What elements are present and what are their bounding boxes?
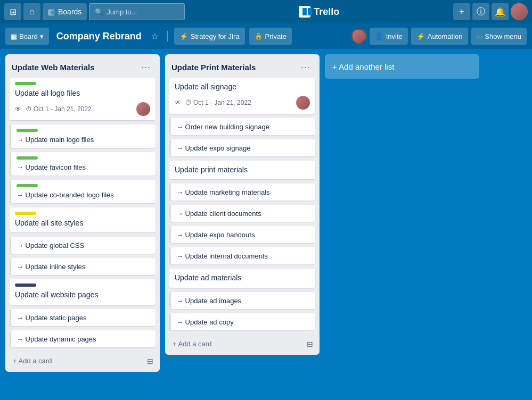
card-title: → Update dynamic pages	[17, 335, 96, 343]
strategy-icon: ⚡	[179, 32, 188, 40]
card-card-signage[interactable]: Update all signage👁⏱ Oct 1 - Jan 21, 202…	[169, 78, 315, 114]
star-icon: ☆	[151, 32, 159, 41]
card-meta: 👁⏱ Oct 1 - Jan 21, 2022	[175, 99, 251, 106]
trello-logo: Trello	[187, 6, 451, 18]
list-title: Update Print Materials	[171, 63, 256, 72]
search-placeholder: Jump to...	[107, 8, 137, 16]
card-card-marketing[interactable]: → Update marketing materials	[169, 184, 315, 201]
board-icon: ▦	[11, 32, 17, 40]
add-list-button[interactable]: + Add another list	[325, 54, 479, 79]
search-icon: 🔍	[95, 8, 103, 16]
card-card-ad-materials[interactable]: Update ad materials	[169, 269, 315, 288]
card-label	[15, 82, 36, 85]
info-button[interactable]: ⓘ	[472, 3, 489, 20]
apps-button[interactable]: ⊞	[4, 3, 21, 20]
add-card-button[interactable]: + Add a card	[169, 338, 215, 350]
show-menu-button[interactable]: ··· Show menu	[471, 28, 527, 45]
card-footer: 👁⏱ Oct 1 - Jan 21, 2022	[175, 96, 310, 110]
automation-label: Automation	[428, 32, 463, 40]
card-card-site-styles[interactable]: Update all site styles	[10, 207, 155, 233]
card-card-print-materials[interactable]: Update print materials	[169, 161, 315, 180]
list-menu-button[interactable]	[138, 60, 153, 74]
list-cards: Update all signage👁⏱ Oct 1 - Jan 21, 202…	[165, 78, 320, 335]
card-title: → Update ad images	[176, 297, 241, 305]
card-label	[17, 129, 38, 132]
template-button[interactable]: ⊟	[145, 355, 155, 368]
card-card-building-signage[interactable]: → Order new building signage	[169, 118, 315, 135]
clock-icon: ⏱	[26, 105, 32, 113]
card-title: Update all logo files	[15, 88, 150, 99]
bell-icon: 🔔	[495, 7, 505, 17]
card-title: Update ad materials	[175, 273, 310, 284]
user-avatar[interactable]	[511, 3, 528, 20]
card-card-main-logo[interactable]: → Update main logo files	[10, 124, 155, 148]
star-button[interactable]: ☆	[149, 29, 161, 44]
card-title: → Update client documents	[176, 210, 261, 218]
card-card-favicon[interactable]: → Update favicon files	[10, 152, 155, 176]
list-list-print: Update Print MaterialsUpdate all signage…	[165, 54, 320, 355]
card-title: → Update marketing materials	[176, 188, 270, 196]
card-label	[15, 284, 36, 287]
card-card-inline-styles[interactable]: → Update inline styles	[10, 258, 155, 275]
card-title: Update all website pages	[15, 290, 150, 301]
card-card-ad-images[interactable]: → Update ad images	[169, 292, 315, 309]
board-label: Board	[19, 32, 38, 40]
trello-logo-icon	[299, 6, 310, 18]
card-card-ad-copy[interactable]: → Update ad copy	[169, 313, 315, 330]
card-title: → Update expo handouts	[176, 231, 255, 239]
card-member-avatar	[136, 102, 150, 116]
top-nav-right: + ⓘ 🔔	[453, 3, 528, 20]
card-title: Update all signage	[175, 82, 310, 93]
card-card-co-branded[interactable]: → Update co-branded logo files	[10, 180, 155, 203]
card-title: → Update static pages	[17, 314, 87, 322]
private-label: Private	[265, 32, 287, 40]
search-bar[interactable]: 🔍 Jump to...	[89, 3, 185, 20]
strategy-label: Strategy for Jira	[191, 32, 240, 40]
card-title: Update print materials	[175, 165, 310, 176]
invite-button[interactable]: 👤 Invite	[370, 28, 408, 45]
card-label	[17, 156, 38, 160]
list-title: Update Web Materials	[12, 63, 95, 72]
clock-icon: ⏱	[185, 99, 192, 106]
member-avatars	[351, 29, 366, 44]
lock-icon: 🔒	[255, 32, 263, 40]
notification-button[interactable]: 🔔	[492, 3, 509, 20]
card-card-global-css[interactable]: → Update global CSS	[10, 237, 155, 254]
list-menu-button[interactable]	[298, 60, 313, 74]
board-header-right: 👤 Invite ⚡ Automation ··· Show menu	[351, 28, 527, 45]
card-title: → Update expo signage	[176, 144, 250, 152]
strategy-button[interactable]: ⚡ Strategy for Jira	[174, 28, 245, 45]
avatar-image	[511, 3, 528, 20]
top-navigation: ⊞ ⌂ ▦ Boards 🔍 Jump to... Trello + ⓘ 🔔	[0, 0, 532, 23]
card-card-logo-files[interactable]: Update all logo files👁⏱ Oct 1 - Jan 21, …	[10, 78, 155, 120]
private-button[interactable]: 🔒 Private	[249, 28, 292, 45]
apps-icon: ⊞	[10, 7, 17, 17]
board-title: Company Rebrand	[53, 31, 145, 42]
boards-label: Boards	[58, 7, 81, 16]
card-card-client-docs[interactable]: → Update client documents	[169, 205, 315, 222]
board-view-button[interactable]: ▦ Board ▾	[5, 28, 49, 45]
card-card-expo-handouts[interactable]: → Update expo handouts	[169, 226, 315, 243]
invite-icon: 👤	[375, 32, 383, 40]
due-date: ⏱ Oct 1 - Jan 21, 2022	[26, 105, 92, 113]
due-date: ⏱ Oct 1 - Jan 21, 2022	[185, 99, 251, 106]
card-card-internal-docs[interactable]: → Update internal documents	[169, 247, 315, 264]
card-card-static-pages[interactable]: → Update static pages	[10, 309, 155, 326]
card-title: → Update main logo files	[17, 136, 94, 144]
invite-label: Invite	[386, 32, 403, 40]
automation-button[interactable]: ⚡ Automation	[411, 28, 468, 45]
home-button[interactable]: ⌂	[23, 3, 40, 20]
plus-button[interactable]: +	[453, 3, 470, 20]
info-icon: ⓘ	[477, 6, 485, 18]
add-card-button[interactable]: + Add a card	[10, 355, 55, 367]
list-header: Update Print Materials	[165, 54, 320, 78]
boards-button[interactable]: ▦ Boards	[43, 3, 87, 20]
dots-icon	[141, 62, 151, 73]
card-card-expo-signage[interactable]: → Update expo signage	[169, 139, 315, 156]
card-card-dynamic-pages[interactable]: → Update dynamic pages	[10, 330, 155, 347]
card-card-website-pages[interactable]: Update all website pages	[10, 279, 155, 305]
watch-icon: 👁	[175, 99, 181, 106]
plus-icon: +	[459, 7, 464, 16]
show-menu-label: Show menu	[485, 32, 521, 40]
template-button[interactable]: ⊟	[305, 338, 315, 351]
